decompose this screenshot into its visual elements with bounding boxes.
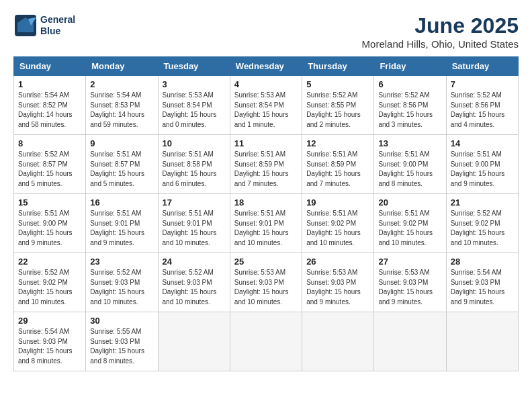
day-info: Sunrise: 5:53 AM Sunset: 9:03 PM Dayligh… bbox=[378, 268, 441, 307]
day-info: Sunrise: 5:51 AM Sunset: 9:02 PM Dayligh… bbox=[306, 209, 369, 248]
day-number: 4 bbox=[234, 79, 298, 89]
day-number: 8 bbox=[18, 138, 81, 148]
day-number: 7 bbox=[451, 79, 514, 89]
day-info: Sunrise: 5:54 AM Sunset: 9:03 PM Dayligh… bbox=[451, 268, 514, 307]
day-number: 19 bbox=[306, 197, 369, 208]
day-number: 28 bbox=[451, 257, 514, 267]
day-info: Sunrise: 5:51 AM Sunset: 9:00 PM Dayligh… bbox=[18, 209, 81, 248]
day-number: 29 bbox=[18, 316, 81, 326]
calendar-cell: 28Sunrise: 5:54 AM Sunset: 9:03 PM Dayli… bbox=[446, 253, 518, 312]
title-area: June 2025 Moreland Hills, Ohio, United S… bbox=[362, 13, 519, 50]
calendar-cell: 14Sunrise: 5:51 AM Sunset: 9:00 PM Dayli… bbox=[446, 135, 518, 194]
calendar-cell: 17Sunrise: 5:51 AM Sunset: 9:01 PM Dayli… bbox=[158, 194, 230, 253]
day-number: 25 bbox=[234, 257, 298, 267]
day-number: 5 bbox=[306, 79, 369, 89]
day-info: Sunrise: 5:51 AM Sunset: 9:01 PM Dayligh… bbox=[163, 209, 226, 248]
calendar-cell: 30Sunrise: 5:55 AM Sunset: 9:03 PM Dayli… bbox=[86, 312, 158, 371]
week-row-1: 1Sunrise: 5:54 AM Sunset: 8:52 PM Daylig… bbox=[14, 76, 519, 135]
day-info: Sunrise: 5:53 AM Sunset: 8:54 PM Dayligh… bbox=[234, 91, 298, 130]
calendar-cell: 26Sunrise: 5:53 AM Sunset: 9:03 PM Dayli… bbox=[302, 253, 374, 312]
day-number: 3 bbox=[163, 79, 226, 89]
day-info: Sunrise: 5:54 AM Sunset: 9:03 PM Dayligh… bbox=[18, 327, 81, 366]
day-number: 21 bbox=[451, 197, 514, 208]
page-header: General Blue June 2025 Moreland Hills, O… bbox=[13, 13, 519, 50]
day-number: 22 bbox=[18, 257, 81, 267]
calendar-subtitle: Moreland Hills, Ohio, United States bbox=[362, 38, 519, 50]
day-header-monday: Monday bbox=[86, 57, 158, 76]
week-row-5: 29Sunrise: 5:54 AM Sunset: 9:03 PM Dayli… bbox=[14, 312, 519, 371]
day-number: 23 bbox=[90, 257, 153, 267]
calendar-cell: 3Sunrise: 5:53 AM Sunset: 8:54 PM Daylig… bbox=[158, 76, 230, 135]
calendar-cell: 8Sunrise: 5:52 AM Sunset: 8:57 PM Daylig… bbox=[14, 135, 86, 194]
day-number: 12 bbox=[306, 138, 369, 148]
calendar-cell: 25Sunrise: 5:53 AM Sunset: 9:03 PM Dayli… bbox=[230, 253, 302, 312]
day-info: Sunrise: 5:52 AM Sunset: 8:56 PM Dayligh… bbox=[378, 91, 441, 130]
calendar-cell: 7Sunrise: 5:52 AM Sunset: 8:56 PM Daylig… bbox=[446, 76, 518, 135]
calendar-cell: 5Sunrise: 5:52 AM Sunset: 8:55 PM Daylig… bbox=[302, 76, 374, 135]
day-header-friday: Friday bbox=[374, 57, 446, 76]
day-info: Sunrise: 5:52 AM Sunset: 9:03 PM Dayligh… bbox=[163, 268, 226, 307]
calendar-cell: 23Sunrise: 5:52 AM Sunset: 9:03 PM Dayli… bbox=[86, 253, 158, 312]
logo-text: General Blue bbox=[40, 14, 75, 37]
day-header-sunday: Sunday bbox=[14, 57, 86, 76]
day-info: Sunrise: 5:51 AM Sunset: 9:02 PM Dayligh… bbox=[378, 209, 441, 248]
day-number: 6 bbox=[378, 79, 441, 89]
day-header-saturday: Saturday bbox=[446, 57, 518, 76]
day-info: Sunrise: 5:52 AM Sunset: 9:03 PM Dayligh… bbox=[90, 268, 153, 307]
logo-icon bbox=[13, 13, 38, 38]
day-number: 13 bbox=[378, 138, 441, 148]
day-number: 17 bbox=[163, 197, 226, 208]
day-number: 27 bbox=[378, 257, 441, 267]
day-number: 1 bbox=[18, 79, 81, 89]
calendar-cell: 2Sunrise: 5:54 AM Sunset: 8:53 PM Daylig… bbox=[86, 76, 158, 135]
calendar-title: June 2025 bbox=[362, 13, 519, 38]
calendar-cell: 10Sunrise: 5:51 AM Sunset: 8:58 PM Dayli… bbox=[158, 135, 230, 194]
calendar-cell: 16Sunrise: 5:51 AM Sunset: 9:01 PM Dayli… bbox=[86, 194, 158, 253]
calendar-cell: 9Sunrise: 5:51 AM Sunset: 8:57 PM Daylig… bbox=[86, 135, 158, 194]
calendar-cell bbox=[302, 312, 374, 371]
week-row-2: 8Sunrise: 5:52 AM Sunset: 8:57 PM Daylig… bbox=[14, 135, 519, 194]
calendar-cell bbox=[230, 312, 302, 371]
day-number: 2 bbox=[90, 79, 153, 89]
day-header-tuesday: Tuesday bbox=[158, 57, 230, 76]
calendar-cell bbox=[374, 312, 446, 371]
week-row-3: 15Sunrise: 5:51 AM Sunset: 9:00 PM Dayli… bbox=[14, 194, 519, 253]
logo: General Blue bbox=[13, 13, 75, 38]
day-info: Sunrise: 5:51 AM Sunset: 8:57 PM Dayligh… bbox=[90, 150, 153, 189]
day-number: 10 bbox=[163, 138, 226, 148]
day-number: 9 bbox=[90, 138, 153, 148]
calendar-cell: 11Sunrise: 5:51 AM Sunset: 8:59 PM Dayli… bbox=[230, 135, 302, 194]
day-info: Sunrise: 5:51 AM Sunset: 9:01 PM Dayligh… bbox=[90, 209, 153, 248]
day-header-wednesday: Wednesday bbox=[230, 57, 302, 76]
day-info: Sunrise: 5:52 AM Sunset: 9:02 PM Dayligh… bbox=[451, 209, 514, 248]
calendar-cell: 22Sunrise: 5:52 AM Sunset: 9:02 PM Dayli… bbox=[14, 253, 86, 312]
day-header-thursday: Thursday bbox=[302, 57, 374, 76]
day-number: 20 bbox=[378, 197, 441, 208]
calendar-header-row: SundayMondayTuesdayWednesdayThursdayFrid… bbox=[14, 57, 519, 76]
day-info: Sunrise: 5:52 AM Sunset: 8:57 PM Dayligh… bbox=[18, 150, 81, 189]
day-number: 15 bbox=[18, 197, 81, 208]
calendar-cell: 20Sunrise: 5:51 AM Sunset: 9:02 PM Dayli… bbox=[374, 194, 446, 253]
day-number: 26 bbox=[306, 257, 369, 267]
day-info: Sunrise: 5:53 AM Sunset: 9:03 PM Dayligh… bbox=[234, 268, 298, 307]
day-info: Sunrise: 5:51 AM Sunset: 8:58 PM Dayligh… bbox=[163, 150, 226, 189]
calendar-cell: 29Sunrise: 5:54 AM Sunset: 9:03 PM Dayli… bbox=[14, 312, 86, 371]
day-info: Sunrise: 5:51 AM Sunset: 9:00 PM Dayligh… bbox=[451, 150, 514, 189]
day-info: Sunrise: 5:54 AM Sunset: 8:53 PM Dayligh… bbox=[90, 91, 153, 130]
day-info: Sunrise: 5:51 AM Sunset: 8:59 PM Dayligh… bbox=[234, 150, 298, 189]
day-info: Sunrise: 5:51 AM Sunset: 9:00 PM Dayligh… bbox=[378, 150, 441, 189]
calendar-cell: 27Sunrise: 5:53 AM Sunset: 9:03 PM Dayli… bbox=[374, 253, 446, 312]
week-row-4: 22Sunrise: 5:52 AM Sunset: 9:02 PM Dayli… bbox=[14, 253, 519, 312]
day-number: 11 bbox=[234, 138, 298, 148]
day-info: Sunrise: 5:55 AM Sunset: 9:03 PM Dayligh… bbox=[90, 327, 153, 366]
calendar-cell: 12Sunrise: 5:51 AM Sunset: 8:59 PM Dayli… bbox=[302, 135, 374, 194]
day-number: 16 bbox=[90, 197, 153, 208]
day-info: Sunrise: 5:53 AM Sunset: 8:54 PM Dayligh… bbox=[163, 91, 226, 130]
day-number: 18 bbox=[234, 197, 298, 208]
day-info: Sunrise: 5:52 AM Sunset: 8:55 PM Dayligh… bbox=[306, 91, 369, 130]
day-info: Sunrise: 5:52 AM Sunset: 8:56 PM Dayligh… bbox=[451, 91, 514, 130]
day-number: 30 bbox=[90, 316, 153, 326]
calendar-cell: 19Sunrise: 5:51 AM Sunset: 9:02 PM Dayli… bbox=[302, 194, 374, 253]
day-info: Sunrise: 5:54 AM Sunset: 8:52 PM Dayligh… bbox=[18, 91, 81, 130]
day-number: 24 bbox=[163, 257, 226, 267]
